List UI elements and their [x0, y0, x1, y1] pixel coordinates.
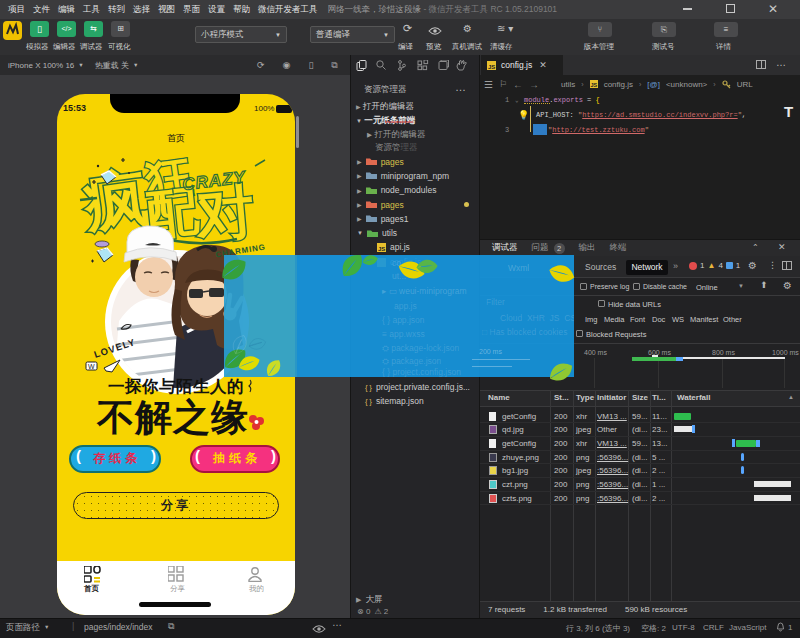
svg-text:JS: JS: [590, 82, 597, 88]
svg-text:一探你与陌生人的: 一探你与陌生人的: [108, 377, 244, 396]
svg-text:不解之缘: 不解之缘: [96, 397, 249, 438]
svg-text:JS: JS: [378, 246, 385, 252]
svg-text:W: W: [88, 363, 95, 370]
svg-text:JS: JS: [488, 64, 495, 70]
